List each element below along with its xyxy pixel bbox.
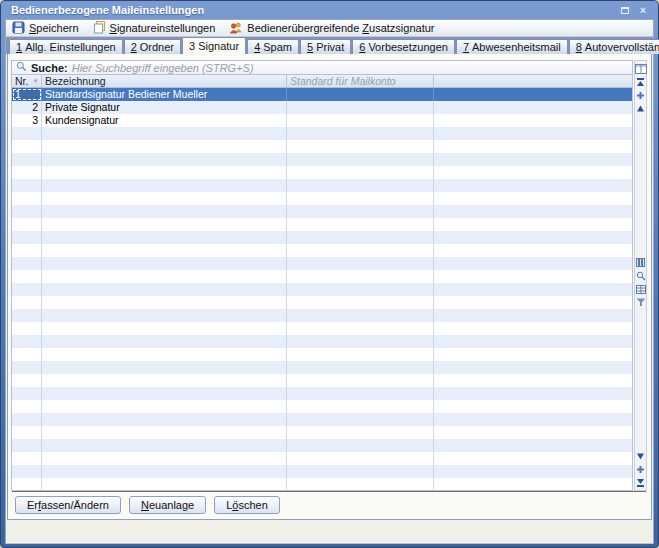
scroll-bottom-icon[interactable]: [636, 478, 645, 487]
table-cell-extra[interactable]: [434, 88, 632, 101]
table-row[interactable]: [12, 270, 632, 283]
table-row[interactable]: [12, 335, 632, 348]
users-icon: [229, 21, 243, 36]
table-row[interactable]: 2 Private Signatur: [12, 101, 632, 114]
erfassen-aendern-button[interactable]: Erfassen/Ändern: [15, 496, 121, 514]
loeschen-button[interactable]: Löschen: [214, 496, 280, 514]
table-row[interactable]: [12, 361, 632, 374]
column-header-nr[interactable]: Nr.▼: [12, 75, 42, 87]
table-cell-bezeichnung[interactable]: Kundensignatur: [42, 114, 287, 127]
signature-settings-button[interactable]: Signatureinstellungen: [93, 21, 216, 36]
table-cell: [42, 335, 287, 348]
table-cell: [12, 426, 42, 439]
tab-page-signatur: Suche: Hier Suchbegriff eingeben (STRG+S…: [7, 54, 652, 520]
table-row[interactable]: [12, 283, 632, 296]
table-cell-bezeichnung[interactable]: Private Signatur: [42, 101, 287, 114]
zoom-icon[interactable]: [636, 271, 646, 281]
table-cell: [287, 231, 434, 244]
table-row[interactable]: [12, 452, 632, 465]
column-chooser-icon[interactable]: [635, 64, 647, 74]
table-row[interactable]: [12, 244, 632, 257]
table-cell: [12, 387, 42, 400]
table-cell-standard[interactable]: [287, 88, 434, 101]
table-row[interactable]: [12, 153, 632, 166]
table-row[interactable]: [12, 478, 632, 491]
table-cell: [12, 270, 42, 283]
table-row[interactable]: [12, 166, 632, 179]
table-cell: [434, 166, 632, 179]
add-icon[interactable]: [636, 91, 645, 100]
close-icon[interactable]: ×: [636, 4, 650, 16]
table-row[interactable]: [12, 348, 632, 361]
search-bar[interactable]: Suche: Hier Suchbegriff eingeben (STRG+S…: [11, 60, 633, 75]
columns-icon[interactable]: [636, 258, 646, 267]
table-cell-nr[interactable]: 2: [12, 101, 42, 114]
toolbar: Speichern Signatureinstellungen Bediener…: [6, 20, 653, 37]
table-cell-nr[interactable]: 3: [12, 114, 42, 127]
table-row[interactable]: [12, 140, 632, 153]
table-row[interactable]: [12, 296, 632, 309]
titlebar[interactable]: Bedienerbezogene Maileinstellungen ×: [5, 1, 654, 19]
table-row[interactable]: [12, 387, 632, 400]
table-row[interactable]: [12, 426, 632, 439]
tab-allg-einstellungen[interactable]: 1Allg. Einstellungen: [9, 39, 123, 54]
tab-abwesenheitsmail[interactable]: 7Abwesenheitsmail: [456, 39, 568, 54]
restore-icon[interactable]: [618, 4, 632, 16]
table-row[interactable]: [12, 179, 632, 192]
table-cell: [287, 270, 434, 283]
table-row[interactable]: [12, 231, 632, 244]
table-cell: [12, 309, 42, 322]
table-cell-extra[interactable]: [434, 114, 632, 127]
tab-vorbesetzungen[interactable]: 6Vorbesetzungen: [352, 39, 455, 54]
table-cell: [287, 374, 434, 387]
table-cell: [434, 192, 632, 205]
tab-signatur[interactable]: 3Signatur: [182, 37, 246, 54]
table-row[interactable]: [12, 465, 632, 478]
neuanlage-button[interactable]: Neuanlage: [129, 496, 206, 514]
table-row[interactable]: [12, 257, 632, 270]
tab-autovervollstaendigung[interactable]: 8Autovervollständigung: [569, 39, 659, 54]
table-cell: [287, 192, 434, 205]
table-cell: [42, 413, 287, 426]
table-row[interactable]: [12, 127, 632, 140]
tab-ordner[interactable]: 2Ordner: [124, 39, 181, 54]
filter-icon[interactable]: [636, 298, 646, 307]
grid-side-strip: [634, 60, 647, 491]
table-row[interactable]: [12, 309, 632, 322]
column-header-standard-fuer-mailkonto[interactable]: Standard für Mailkonto: [287, 75, 434, 87]
scroll-up-icon[interactable]: [636, 104, 645, 113]
column-header-empty[interactable]: [434, 75, 632, 87]
cross-operator-signature-button[interactable]: Bedienerübergreifende Zusatzsignatur: [229, 21, 434, 36]
table-cell: [12, 348, 42, 361]
table-cell: [287, 361, 434, 374]
table-cell: [42, 374, 287, 387]
table-row-selected[interactable]: 1 Standardsignatur Bediener Mueller: [12, 88, 632, 101]
table-row[interactable]: [12, 322, 632, 335]
table-row[interactable]: [12, 439, 632, 452]
scroll-down-icon[interactable]: [636, 452, 645, 461]
window: Bedienerbezogene Maileinstellungen × Spe…: [0, 0, 659, 548]
table-row[interactable]: [12, 205, 632, 218]
tab-spam[interactable]: 4Spam: [247, 39, 299, 54]
table-cell-bezeichnung[interactable]: Standardsignatur Bediener Mueller: [42, 88, 287, 101]
grid-icon[interactable]: [636, 285, 646, 294]
add-icon[interactable]: [636, 465, 645, 474]
tab-privat[interactable]: 5Privat: [300, 39, 351, 54]
table-cell-standard[interactable]: [287, 101, 434, 114]
save-button[interactable]: Speichern: [12, 21, 79, 36]
table-cell: [287, 387, 434, 400]
table-row[interactable]: [12, 218, 632, 231]
search-placeholder: Hier Suchbegriff eingeben (STRG+S): [72, 62, 254, 74]
table-cell-standard[interactable]: [287, 114, 434, 127]
table-row[interactable]: [12, 192, 632, 205]
page-bottom: Erfassen/Ändern Neuanlage Löschen: [11, 491, 647, 516]
table-cell-nr[interactable]: 1: [12, 88, 42, 101]
table-row[interactable]: [12, 413, 632, 426]
table-row[interactable]: 3 Kundensignatur: [12, 114, 632, 127]
scroll-top-icon[interactable]: [636, 78, 645, 87]
table-cell-extra[interactable]: [434, 101, 632, 114]
table-cell: [42, 166, 287, 179]
table-row[interactable]: [12, 400, 632, 413]
column-header-bezeichnung[interactable]: Bezeichnung: [42, 75, 287, 87]
table-row[interactable]: [12, 374, 632, 387]
